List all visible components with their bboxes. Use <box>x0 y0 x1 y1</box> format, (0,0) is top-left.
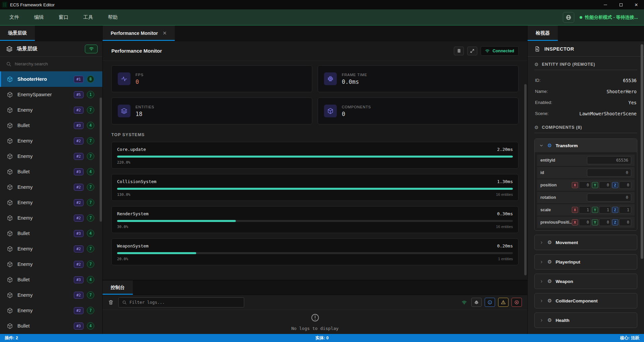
hierarchy-item[interactable]: Enemy #2 7 <box>0 102 102 118</box>
transform-header[interactable]: ⚙ Transform <box>535 139 637 152</box>
main-panel: Performance Monitor ✕ Performance Monito… <box>103 25 528 334</box>
component-card[interactable]: ⚙ Movement <box>534 235 637 250</box>
menu-item[interactable]: 编辑 <box>34 14 44 20</box>
field-value: Yes <box>629 100 637 105</box>
prop-value-input[interactable] <box>587 193 631 202</box>
inspector-scrollbar[interactable] <box>641 44 643 259</box>
hierarchy-item[interactable]: ShooterHero #1 8 <box>0 71 102 87</box>
hierarchy-item[interactable]: Enemy #2 7 <box>0 303 102 318</box>
maximize-button[interactable] <box>613 0 629 9</box>
entity-count-badge: 7 <box>87 153 94 160</box>
log-filter-input[interactable] <box>129 300 240 305</box>
connection-status-text: Connected <box>492 49 514 53</box>
z-value-input[interactable] <box>619 181 631 189</box>
entity-id-badge: #2 <box>74 261 84 268</box>
hierarchy-item[interactable]: Enemy #2 7 <box>0 179 102 195</box>
x-value-input[interactable] <box>579 181 591 189</box>
hierarchy-item[interactable]: Bullet #3 4 <box>0 164 102 179</box>
hierarchy-item[interactable]: Bullet #3 4 <box>0 318 102 334</box>
console-panel: 控制台 <box>103 280 527 334</box>
hierarchy-item[interactable]: Enemy #2 7 <box>0 195 102 210</box>
entity-id-badge: #3 <box>74 276 84 283</box>
chevron-right-icon <box>539 279 544 284</box>
entity-count-badge: 7 <box>87 214 94 222</box>
component-name: Health <box>555 318 569 323</box>
entity-id-badge: #2 <box>74 245 84 252</box>
entity-name: ShooterHero <box>17 76 47 82</box>
pause-button[interactable] <box>454 47 464 55</box>
trash-icon <box>108 299 114 305</box>
main-scrollbar[interactable] <box>524 84 527 275</box>
entity-info-heading: ENTITY INFO (REMOTE) <box>542 62 595 67</box>
warning-filter-button[interactable] <box>498 298 508 307</box>
entity-count-badge: 4 <box>87 168 94 175</box>
close-icon: ✕ <box>635 2 638 7</box>
prop-label: id <box>540 170 587 175</box>
debug-filter-button[interactable] <box>471 298 482 307</box>
system-bar-fill <box>117 188 513 190</box>
info-filter-button[interactable] <box>485 298 495 307</box>
prop-value-input[interactable] <box>587 156 631 164</box>
entity-name: Bullet <box>17 123 30 128</box>
component-card[interactable]: ⚙ PlayerInput <box>534 254 637 270</box>
hierarchy-item[interactable]: EnemySpawner #5 1 <box>0 87 102 102</box>
minimize-button[interactable] <box>598 0 613 9</box>
component-card[interactable]: ⚙ ColliderComponent <box>534 293 637 308</box>
transform-property-row: id <box>537 167 635 178</box>
tab-close-icon[interactable]: ✕ <box>163 30 167 36</box>
entity-count-badge: 4 <box>87 230 94 237</box>
system-card: CollisionSystem1.30ms 130.0%16 entities <box>111 174 519 201</box>
close-button[interactable]: ✕ <box>629 0 644 9</box>
y-value-input[interactable] <box>599 181 611 189</box>
transform-property-row: entityId <box>537 155 635 166</box>
status-dot-icon <box>580 16 582 19</box>
entity-name: Enemy <box>17 138 33 144</box>
y-value-input[interactable] <box>599 219 611 226</box>
hierarchy-item[interactable]: Enemy #2 7 <box>0 241 102 256</box>
prop-value-input[interactable] <box>587 169 631 177</box>
hierarchy-item[interactable]: Bullet #3 4 <box>0 272 102 287</box>
entity-name: Bullet <box>17 277 30 282</box>
component-card[interactable]: ⚙ Weapon <box>534 274 637 289</box>
z-value-input[interactable] <box>619 219 631 226</box>
menu-item[interactable]: 文件 <box>9 14 19 20</box>
menu-item[interactable]: 工具 <box>83 14 93 20</box>
hierarchy-connection-button[interactable] <box>85 45 98 53</box>
hierarchy-item[interactable]: Bullet #3 4 <box>0 118 102 133</box>
clear-console-button[interactable] <box>108 299 114 305</box>
system-name: Core.update <box>117 147 146 152</box>
hierarchy-scrollbar[interactable] <box>100 98 102 222</box>
transform-rows: entityId id position X Y Z rotation scal… <box>535 152 637 230</box>
prop-label: entityId <box>540 158 587 163</box>
tab-inspector[interactable]: 检视器 <box>528 25 558 41</box>
axis-x-badge: X <box>572 219 578 225</box>
tab-performance-monitor[interactable]: Performance Monitor ✕ <box>103 25 175 41</box>
y-value-input[interactable] <box>599 206 611 214</box>
menu-item[interactable]: 窗口 <box>59 14 68 20</box>
hierarchy-item[interactable]: Bullet #3 4 <box>0 226 102 241</box>
z-value-input[interactable] <box>619 206 631 214</box>
gear-icon: ⚙ <box>547 260 552 265</box>
error-filter-button[interactable] <box>512 298 522 307</box>
warning-icon <box>501 300 506 305</box>
language-button[interactable] <box>563 12 574 23</box>
expand-button[interactable] <box>467 47 477 55</box>
component-card[interactable]: ⚙ Health <box>534 312 637 328</box>
tab-console[interactable]: 控制台 <box>103 280 133 295</box>
entity-count-badge: 7 <box>87 307 94 314</box>
hierarchy-item[interactable]: Enemy #2 7 <box>0 287 102 303</box>
tab-hierarchy[interactable]: 场景层级 <box>0 25 35 41</box>
hierarchy-item[interactable]: Enemy #2 7 <box>0 149 102 164</box>
prop-label: position <box>540 183 572 187</box>
hierarchy-search-input[interactable] <box>15 61 96 66</box>
hierarchy-item[interactable]: Enemy #2 7 <box>0 210 102 226</box>
axis-y-badge: Y <box>592 182 598 188</box>
menu-item[interactable]: 帮助 <box>108 14 118 20</box>
x-value-input[interactable] <box>579 206 591 214</box>
menu-items: 文件 编辑 窗口 工具 帮助 <box>9 14 131 20</box>
cube-icon <box>7 307 13 314</box>
entity-name: Enemy <box>17 200 33 205</box>
hierarchy-item[interactable]: Enemy #2 7 <box>0 256 102 272</box>
x-value-input[interactable] <box>579 219 591 226</box>
hierarchy-item[interactable]: Enemy #2 7 <box>0 133 102 149</box>
